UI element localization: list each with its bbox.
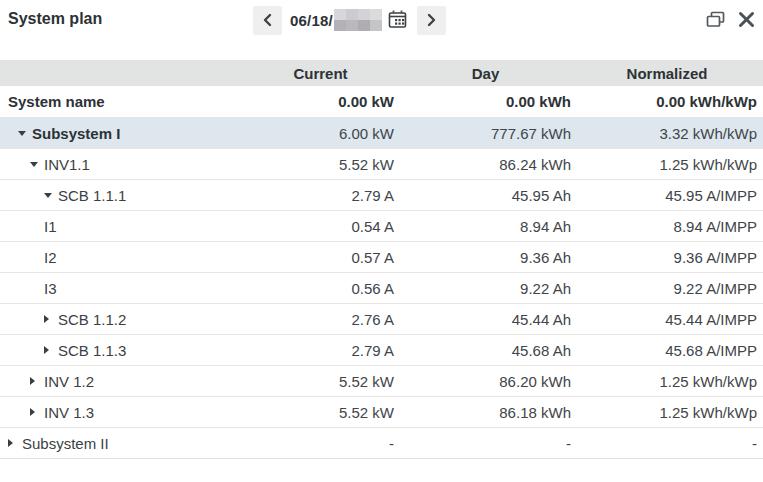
row-value: 86.20 kWh: [400, 373, 577, 390]
caret-down-icon[interactable]: [18, 131, 27, 136]
caret-down-icon[interactable]: [30, 162, 39, 167]
row-value: 9.22 A/IMPP: [577, 280, 763, 297]
row-value: 86.18 kWh: [400, 404, 577, 421]
row-label: I3: [44, 280, 57, 297]
system-plan-table: Current Day Normalized System name0.00 k…: [0, 60, 763, 459]
row-value: 9.36 Ah: [400, 249, 577, 266]
table-row[interactable]: Subsystem II---: [0, 427, 763, 458]
row-label: I2: [44, 249, 57, 266]
row-value: 0.54 A: [247, 218, 400, 235]
table-row[interactable]: INV 1.25.52 kW86.20 kWh1.25 kWh/kWp: [0, 365, 763, 396]
tree-name-cell: SCB 1.1.3: [0, 342, 247, 359]
row-value: 5.52 kW: [247, 156, 400, 173]
redacted-pixel: [346, 9, 358, 20]
tree-name-cell: INV1.1: [0, 156, 247, 173]
row-value: 0.00 kW: [247, 93, 400, 110]
table-row[interactable]: I30.56 A9.22 Ah9.22 A/IMPP: [0, 272, 763, 303]
column-header-day: Day: [400, 65, 577, 82]
row-value: 0.57 A: [247, 249, 400, 266]
caret-right-icon[interactable]: [44, 346, 53, 354]
row-value: 0.00 kWh: [400, 93, 577, 110]
caret-down-icon[interactable]: [44, 193, 53, 198]
redacted-year-blur: [334, 9, 382, 31]
caret-right-icon[interactable]: [44, 315, 53, 323]
window-controls: [706, 11, 755, 31]
table-row[interactable]: SCB 1.1.22.76 A45.44 Ah45.44 A/IMPP: [0, 303, 763, 334]
tree-name-cell: Subsystem II: [0, 435, 247, 452]
table-row[interactable]: INV1.15.52 kW86.24 kWh1.25 kWh/kWp: [0, 148, 763, 179]
row-value: 2.76 A: [247, 311, 400, 328]
redacted-pixel: [358, 20, 370, 31]
row-value: 9.22 Ah: [400, 280, 577, 297]
row-value: 777.67 kWh: [400, 125, 577, 142]
tree-name-cell: SCB 1.1.1: [0, 187, 247, 204]
table-row[interactable]: I20.57 A9.36 Ah9.36 A/IMPP: [0, 241, 763, 272]
row-value: 45.44 A/IMPP: [577, 311, 763, 328]
row-value: 6.00 kW: [247, 125, 400, 142]
redacted-pixel: [334, 9, 346, 20]
row-value: 5.52 kW: [247, 404, 400, 421]
row-label: Subsystem I: [32, 125, 120, 142]
table-row[interactable]: INV 1.35.52 kW86.18 kWh1.25 kWh/kWp: [0, 396, 763, 427]
tree-name-cell: I3: [0, 280, 247, 297]
row-value: 45.68 Ah: [400, 342, 577, 359]
table-body: System name0.00 kW0.00 kWh0.00 kWh/kWpSu…: [0, 86, 763, 459]
caret-shape: [30, 408, 35, 416]
column-header-current: Current: [247, 65, 400, 82]
row-label: INV 1.3: [44, 404, 94, 421]
close-widget-button[interactable]: [738, 11, 755, 31]
row-label: System name: [8, 93, 105, 110]
row-label: SCB 1.1.2: [58, 311, 126, 328]
calendar-picker-button[interactable]: [387, 9, 408, 31]
row-value: 45.68 A/IMPP: [577, 342, 763, 359]
caret-right-icon[interactable]: [8, 439, 17, 447]
row-label: Subsystem II: [22, 435, 109, 452]
calendar-icon: [387, 18, 408, 33]
row-value: 2.79 A: [247, 342, 400, 359]
popout-widget-button[interactable]: [706, 11, 725, 31]
caret-right-icon[interactable]: [30, 377, 39, 385]
caret-shape: [30, 162, 38, 167]
caret-shape: [44, 193, 52, 198]
tree-name-cell: System name: [0, 93, 247, 110]
row-label: INV1.1: [44, 156, 90, 173]
row-value: 1.25 kWh/kWp: [577, 404, 763, 421]
row-value: 0.00 kWh/kWp: [577, 93, 763, 110]
chevron-right-icon: [424, 13, 438, 27]
row-label: SCB 1.1.1: [58, 187, 126, 204]
table-header-row: Current Day Normalized: [0, 60, 763, 86]
close-icon: [738, 11, 755, 31]
table-row[interactable]: Subsystem I6.00 kW777.67 kWh3.32 kWh/kWp: [0, 117, 763, 148]
row-value: -: [247, 435, 400, 452]
table-row[interactable]: SCB 1.1.32.79 A45.68 Ah45.68 A/IMPP: [0, 334, 763, 365]
widget-titlebar: System plan 06/18/: [0, 0, 763, 44]
redacted-pixel: [370, 20, 382, 31]
caret-shape: [18, 131, 26, 136]
table-row[interactable]: System name0.00 kW0.00 kWh0.00 kWh/kWp: [0, 86, 763, 117]
previous-day-button[interactable]: [253, 6, 282, 35]
row-value: -: [577, 435, 763, 452]
row-value: 8.94 Ah: [400, 218, 577, 235]
page-title: System plan: [8, 10, 102, 28]
caret-shape: [44, 346, 49, 354]
row-value: 9.36 A/IMPP: [577, 249, 763, 266]
row-value: 1.25 kWh/kWp: [577, 156, 763, 173]
next-day-button[interactable]: [417, 6, 446, 35]
caret-right-icon[interactable]: [30, 408, 39, 416]
row-value: 2.79 A: [247, 187, 400, 204]
row-label: I1: [44, 218, 57, 235]
row-value: 0.56 A: [247, 280, 400, 297]
redacted-pixel: [370, 9, 382, 20]
date-navigation: 06/18/: [253, 5, 446, 35]
row-value: 8.94 A/IMPP: [577, 218, 763, 235]
caret-shape: [8, 439, 13, 447]
tree-name-cell: I1: [0, 218, 247, 235]
row-value: 3.32 kWh/kWp: [577, 125, 763, 142]
table-row[interactable]: I10.54 A8.94 Ah8.94 A/IMPP: [0, 210, 763, 241]
redacted-pixel: [334, 20, 346, 31]
row-value: 45.44 Ah: [400, 311, 577, 328]
row-label: INV 1.2: [44, 373, 94, 390]
row-value: -: [400, 435, 577, 452]
table-row[interactable]: SCB 1.1.12.79 A45.95 Ah45.95 A/IMPP: [0, 179, 763, 210]
tree-name-cell: INV 1.3: [0, 404, 247, 421]
